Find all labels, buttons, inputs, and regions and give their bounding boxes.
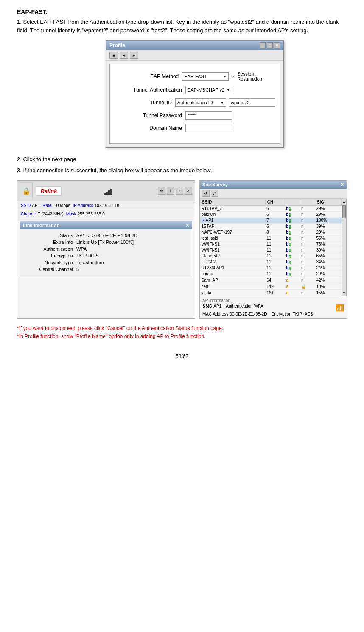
table-row[interactable]: VWIFI-S111bgn76% — [200, 241, 342, 247]
info-icon[interactable]: i — [167, 187, 174, 195]
table-row[interactable]: RT2860AP111bgn24% — [200, 265, 342, 271]
site-survey-title-text: Site Survey — [202, 182, 228, 187]
cell-type: bg — [285, 265, 300, 271]
close-btn[interactable]: ✕ — [274, 42, 280, 48]
checkbox-icon: ☑ — [231, 74, 235, 79]
channel-status: Channel 7 (2442 MHz) — [21, 212, 64, 216]
cell-type: bg — [285, 259, 300, 265]
ralink-logo-text: Ralink — [36, 186, 62, 196]
ap-ssid-value: AP1 — [213, 304, 221, 312]
table-row[interactable]: VWIFI-S111bgn39% — [200, 247, 342, 253]
maximize-btn[interactable]: □ — [267, 42, 273, 48]
dialog-form: EAP Method EAP-FAST ▼ ☑ Session Resumpti… — [109, 64, 280, 144]
session-resumption-check[interactable]: ☑ Session Resumption — [231, 71, 275, 81]
col-enc — [300, 199, 315, 206]
table-row[interactable]: RT61AP_Z6bgn29% — [200, 206, 342, 212]
encrypt-label: Encryption — [26, 253, 73, 258]
cell-enc: n — [300, 253, 315, 259]
status-bar: SSID AP1 Rate 1.0 Mbps IP Address 192.16… — [17, 201, 195, 210]
table-row[interactable]: baldwin6bgn29% — [200, 212, 342, 218]
table-row[interactable]: uuuuu11bgn29% — [200, 271, 342, 277]
central-channel-value: 5 — [76, 267, 79, 272]
stop-btn[interactable]: ■ — [109, 52, 118, 59]
settings-icon[interactable]: ⚙ — [158, 187, 165, 195]
ap-encrypt-value: TKIP+AES — [293, 312, 313, 316]
mask-status: Mask 255.255.255.0 — [66, 212, 105, 216]
mask-key: Mask — [66, 212, 76, 216]
table-row[interactable]: FTC-0211bgn34% — [200, 259, 342, 265]
cell-ch: 11 — [265, 271, 285, 277]
col-ch: CH — [265, 199, 285, 206]
step1-text: 1. Select EAP-FAST from the Authenticati… — [17, 18, 347, 34]
table-row[interactable]: NAP2-WEP-1978bgn20% — [200, 229, 342, 235]
link-info-dialog: Link Information ✕ Status AP1 <--> 00-0E… — [20, 221, 192, 277]
help-icon[interactable]: ? — [176, 187, 183, 195]
cell-enc: n — [300, 247, 315, 253]
rate-key: Rate — [42, 203, 51, 208]
table-row[interactable]: 1STAP6bgn39% — [200, 224, 342, 229]
site-survey-close[interactable]: ✕ — [340, 182, 344, 187]
cell-sig: 39% — [315, 247, 341, 253]
signal-bars — [104, 187, 112, 195]
cell-sig: 42% — [315, 277, 341, 283]
tunnel-id-input[interactable]: wpatest2 — [229, 98, 275, 107]
dropdown-arrow: ▼ — [223, 75, 227, 78]
network-type-row: Network Type Infrastructure — [26, 260, 186, 265]
col-ssid: SSID — [200, 199, 266, 206]
cell-ssid: cert — [200, 283, 266, 290]
table-row[interactable]: ClaudeAP11bgn65% — [200, 253, 342, 259]
tunnel-id-control: Authentication ID ▼ wpatest2 — [175, 98, 275, 107]
close-icon[interactable]: ✕ — [185, 187, 192, 195]
cell-type: bg — [285, 253, 300, 259]
table-row[interactable]: lalala161an15% — [200, 290, 342, 296]
cell-enc: n — [300, 229, 315, 235]
tunnel-auth-select[interactable]: EAP-MSCHAP v2 ▼ — [185, 86, 232, 94]
forward-btn[interactable]: ► — [130, 52, 138, 59]
tunnel-id-row: Tunnel ID Authentication ID ▼ wpatest2 — [114, 98, 275, 107]
encrypt-row: Encryption TKIP+AES — [26, 253, 186, 258]
table-row[interactable]: ✓AP17bgn100% — [200, 218, 342, 224]
session-resumption-label: Session Resumption — [237, 71, 275, 81]
tunnel-id-select-value: Authentication ID — [177, 100, 213, 105]
eap-method-select[interactable]: EAP-FAST ▼ — [182, 72, 229, 81]
link-info-close[interactable]: ✕ — [185, 223, 189, 228]
dialog-toolbar: ■ ◄ ► — [106, 50, 283, 61]
status-label: Status — [26, 233, 73, 238]
encrypt-value: TKIP+AES — [76, 253, 99, 258]
cell-ssid: lalala — [200, 290, 266, 296]
cell-enc: 🔒 — [300, 283, 315, 290]
cell-sig: 24% — [315, 265, 341, 271]
back-btn[interactable]: ◄ — [120, 52, 128, 59]
tunnel-pw-input[interactable]: ***** — [185, 111, 232, 120]
cell-ch: 6 — [265, 212, 285, 218]
refresh-icon[interactable]: ↺ — [202, 190, 210, 197]
notes-section: *If you want to disconnect, please click… — [17, 324, 347, 341]
table-row[interactable]: cert149a🔒10% — [200, 283, 342, 290]
ralink-header: 🔒 Ralink ⚙ i ? ✕ — [17, 181, 195, 201]
table-row[interactable]: Sam_AP64an42% — [200, 277, 342, 283]
tunnel-id-select[interactable]: Authentication ID ▼ — [175, 98, 226, 107]
cell-type: bg — [285, 212, 300, 218]
cell-ch: 11 — [265, 241, 285, 247]
ap-encrypt-label: Encryption — [272, 312, 291, 316]
ap-ssid-label: SSID — [202, 304, 212, 312]
cell-ssid: baldwin — [200, 212, 266, 218]
mask-val: 255.255.255.0 — [78, 212, 105, 216]
cell-enc: n — [300, 277, 315, 283]
scrollbar[interactable]: ▲ ▼ — [342, 199, 347, 296]
domain-name-input[interactable] — [185, 124, 232, 132]
minimize-btn[interactable]: _ — [260, 42, 266, 48]
ssid-status: SSID AP1 — [21, 203, 40, 208]
channel-key: Channel — [21, 212, 36, 216]
table-row[interactable]: test_ssid11bgn55% — [200, 235, 342, 241]
connect-icon[interactable]: ⇌ — [211, 190, 218, 197]
step3-text: 3. If the connection is successful, the … — [17, 166, 347, 175]
ap-info-row1: SSID AP1 Authentication WPA 📶 — [202, 304, 344, 312]
ap-mac-value: 00-0E-2E-E1-98-2D — [230, 312, 267, 316]
cell-ch: 8 — [265, 229, 285, 235]
tunnel-auth-label: Tunnel Authentication — [114, 87, 182, 93]
ip-status: IP Address 192.168.1.18 — [73, 203, 120, 208]
rate-status: Rate 1.0 Mbps — [42, 203, 70, 208]
ap-auth-label: Authentication — [226, 304, 252, 312]
tunnel-auth-control: EAP-MSCHAP v2 ▼ — [185, 86, 232, 94]
